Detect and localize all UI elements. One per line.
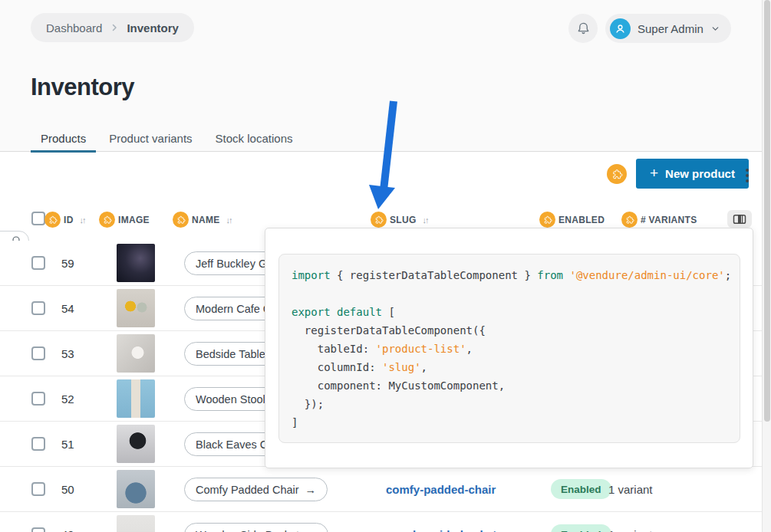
variant-count: 1 variant [608,528,653,532]
scrollbar-thumb[interactable] [764,0,770,422]
row-checkbox[interactable] [31,437,45,451]
product-id: 51 [61,438,74,451]
product-image [117,289,155,327]
product-id: 59 [61,257,74,270]
page-header: Dashboard Inventory Super Admin Inventor… [0,0,771,152]
arrow-right-icon: → [305,484,317,496]
row-checkbox[interactable] [31,301,45,315]
product-image [117,425,155,463]
new-product-label: New product [665,167,735,180]
page-title: Inventory [31,74,134,101]
select-all-checkbox[interactable] [31,212,45,225]
user-name: Super Admin [638,22,703,35]
column-id-label: ID [64,215,74,225]
product-name-label: Wooden Stool [196,393,265,406]
sort-icon[interactable]: ↓↑ [226,215,232,225]
product-name-label: Modern Cafe C [196,303,271,315]
row-checkbox[interactable] [31,256,45,270]
bell-icon [576,21,591,36]
scrollbar[interactable] [762,0,771,532]
product-image [117,379,155,418]
product-slug-link[interactable]: comfy-padded-chair [386,483,496,496]
row-checkbox[interactable] [31,392,45,406]
column-id: ID ↓↑ [44,212,85,228]
product-name-label: Bedside Table [196,348,265,360]
product-id: 50 [61,483,74,496]
column-variants-label: # VARIANTS [641,215,697,225]
product-name-button[interactable]: Wooden Side Basket → [184,523,328,532]
tab-bar: Products Product variants Stock location… [31,125,305,152]
extension-puzzle-icon [173,212,189,228]
avatar [610,18,631,39]
product-name-label: Wooden Side Basket [196,529,299,532]
chevron-down-icon [710,24,720,34]
product-slug-link[interactable]: wooden-side-basket [386,528,496,532]
sort-icon[interactable]: ↓↑ [80,215,85,225]
product-image [117,470,155,508]
column-slug: SLUG ↓↑ [371,212,428,228]
extension-puzzle-icon [44,212,61,228]
tab-products[interactable]: Products [31,125,96,152]
column-name: NAME ↓↑ [173,212,232,228]
product-name-button[interactable]: Comfy Padded Chair → [184,478,328,501]
product-name-label: Black Eaves C [196,438,268,451]
new-product-button[interactable]: + New product [636,159,749,189]
column-image-label: IMAGE [118,215,150,225]
tab-stock-locations[interactable]: Stock locations [206,125,303,152]
extension-puzzle-icon [621,212,638,228]
breadcrumb[interactable]: Dashboard Inventory [31,13,194,42]
product-name-label: Comfy Padded Chair [196,484,299,496]
extension-puzzle-icon [371,212,387,228]
chevron-right-icon [110,23,119,32]
breadcrumb-dashboard-link[interactable]: Dashboard [46,21,102,34]
notifications-button[interactable] [568,14,598,43]
inventory-page: Dashboard Inventory Super Admin Inventor… [0,0,771,532]
columns-icon [733,214,746,225]
tab-product-variants[interactable]: Product variants [99,125,202,152]
arrow-right-icon: → [305,529,317,532]
product-image [117,515,155,532]
extension-puzzle-icon [99,212,115,228]
column-name-label: NAME [192,215,220,225]
extension-puzzle-icon[interactable] [607,164,627,184]
column-slug-label: SLUG [390,215,417,225]
enabled-badge: Enabled [551,524,611,532]
column-enabled-label: ENABLED [558,215,605,225]
product-id: 49 [61,528,74,532]
product-id: 52 [61,392,74,406]
row-checkbox[interactable] [31,482,45,496]
product-name-label: Jeff Buckley G [196,258,267,270]
row-checkbox[interactable] [31,527,45,532]
table-row: 49 Wooden Side Basket → wooden-side-bask… [0,512,771,532]
header-row-left [31,212,45,225]
product-id: 53 [61,347,74,360]
table-row: 50 Comfy Padded Chair → comfy-padded-cha… [0,467,771,512]
product-id: 54 [61,302,74,315]
sort-icon[interactable]: ↓↑ [423,215,428,225]
enabled-badge: Enabled [551,479,611,499]
product-image [117,244,155,282]
row-checkbox[interactable] [31,346,45,360]
column-variants: # VARIANTS [621,212,697,228]
breadcrumb-current: Inventory [127,21,179,34]
user-menu[interactable]: Super Admin [605,14,731,43]
column-image: IMAGE [99,212,150,228]
code-block: import { registerDataTableComponent } fr… [278,254,740,443]
kebab-menu-icon[interactable] [741,166,753,186]
plus-icon: + [650,166,658,180]
column-picker-button[interactable] [727,210,752,228]
column-enabled: ENABLED [539,212,605,228]
code-popup: import { registerDataTableComponent } fr… [265,228,753,468]
product-image [117,334,155,373]
variant-count: 1 variant [608,483,653,496]
extension-puzzle-icon [539,212,555,228]
